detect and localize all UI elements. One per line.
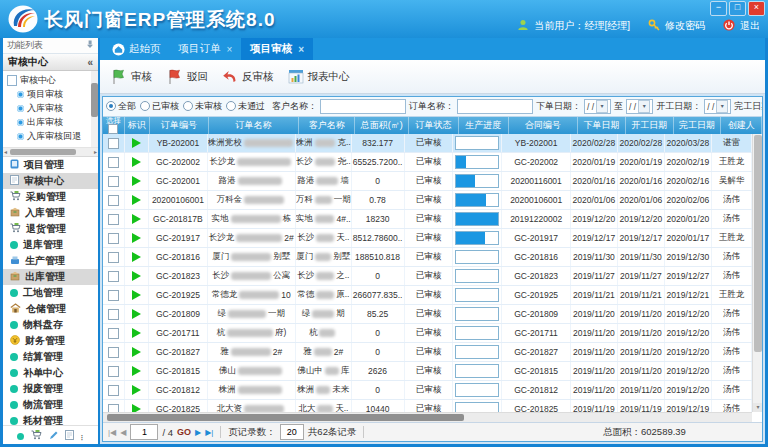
row-checkbox[interactable] — [108, 271, 119, 282]
status-radio[interactable]: 未审核 — [183, 100, 222, 113]
tab-起始页[interactable]: 起始页 — [103, 38, 170, 60]
row-checkbox[interactable] — [108, 138, 119, 149]
dropdown-icon[interactable]: ▾ — [596, 100, 608, 113]
table-row[interactable]: GC-201827雅2#雅2#0已审核GC-2018272019/11/2020… — [103, 343, 752, 362]
row-select-cell[interactable] — [103, 324, 125, 342]
maximize-button[interactable]: □ — [729, 1, 746, 16]
change-password-link[interactable]: 修改密码 — [665, 19, 705, 33]
sidebar-item[interactable]: 采购管理 — [3, 189, 98, 205]
minimize-button[interactable]: − — [710, 1, 727, 16]
row-checkbox[interactable] — [108, 366, 119, 377]
next-page-button[interactable]: ▶ — [195, 428, 201, 437]
dot-teal-icon[interactable] — [17, 426, 24, 444]
row-select-cell[interactable] — [103, 343, 125, 361]
table-row[interactable]: 20200106001万科金万科一期0.78已审核202001060012020… — [103, 191, 752, 210]
undo-action-button[interactable]: 反审核 — [222, 69, 274, 85]
row-select-cell[interactable] — [103, 267, 125, 285]
table-row[interactable]: GC-202002长沙龙长沙尧..65525.7200..已审核GC-20200… — [103, 153, 752, 172]
sidebar-item[interactable]: 出库管理 — [3, 269, 98, 285]
row-select-cell[interactable] — [103, 210, 125, 228]
table-row[interactable]: GC-201925常德龙10常德原..266077.835..已审核GC-201… — [103, 286, 752, 305]
table-row[interactable]: GC-201817B实地栋实地4#..18230已审核2019122000220… — [103, 210, 752, 229]
more-icon[interactable]: ⁝ — [81, 426, 85, 444]
table-row[interactable]: GC-201816厦门别墅厦门别墅188510.818已审核GC-2018162… — [103, 248, 752, 267]
tab-close-icon[interactable]: × — [227, 44, 233, 55]
row-checkbox[interactable] — [108, 176, 119, 187]
prev-page-button[interactable]: ◀ — [120, 428, 126, 437]
table-horizontal-scrollbar[interactable] — [103, 412, 752, 422]
row-checkbox[interactable] — [108, 309, 119, 320]
tree-root[interactable]: 审核中心 — [3, 73, 98, 87]
tree-item[interactable]: 出库审核 — [3, 115, 98, 129]
row-select-cell[interactable] — [103, 286, 125, 304]
tree-vertical-scrollbar[interactable] — [91, 71, 98, 147]
tree-item[interactable]: 项目审核 — [3, 87, 98, 101]
dropdown-icon[interactable]: ▾ — [638, 100, 650, 113]
table-row[interactable]: YB-202001株洲党校株洲克..832.177已审核YB-202001202… — [103, 134, 752, 153]
row-select-cell[interactable] — [103, 172, 125, 190]
row-select-cell[interactable] — [103, 305, 125, 323]
flag-action-button[interactable]: 审核 — [110, 68, 152, 85]
row-select-cell[interactable] — [103, 229, 125, 247]
sidebar-item[interactable]: 入库管理 — [3, 205, 98, 221]
page-number-input[interactable] — [130, 424, 158, 440]
row-checkbox[interactable] — [108, 385, 119, 396]
report-action-button[interactable]: 报表中心 — [288, 69, 350, 84]
pin-icon[interactable] — [86, 40, 94, 51]
sidebar-item[interactable]: 退货管理 — [3, 221, 98, 237]
tree-horizontal-scrollbar[interactable]: ◂▸ — [3, 148, 98, 157]
row-checkbox[interactable] — [108, 195, 119, 206]
row-checkbox[interactable] — [108, 347, 119, 358]
sidebar-item[interactable]: 审核中心 — [3, 173, 98, 189]
sidebar-item[interactable]: 报废管理 — [3, 381, 98, 397]
row-checkbox[interactable] — [108, 214, 119, 225]
row-checkbox[interactable] — [108, 233, 119, 244]
table-row[interactable]: GC-201809绿一期绿期85.25已审核GC-2018092019/11/2… — [103, 305, 752, 324]
row-select-cell[interactable] — [103, 381, 125, 399]
sidebar-item[interactable]: 生产管理 — [3, 253, 98, 269]
table-vertical-scrollbar[interactable]: ▾ — [752, 134, 762, 412]
row-checkbox[interactable] — [108, 290, 119, 301]
tree-item[interactable]: 入库审核回退 — [3, 129, 98, 143]
row-select-cell[interactable] — [103, 362, 125, 380]
collapse-icon[interactable]: « — [87, 57, 93, 68]
row-checkbox[interactable] — [108, 157, 119, 168]
status-radio[interactable]: 未通过 — [226, 100, 265, 113]
sidebar-item[interactable]: 退库管理 — [3, 237, 98, 253]
start-date-input[interactable]: / /▾ — [704, 99, 731, 114]
first-page-button[interactable]: |◀ — [108, 428, 116, 437]
go-button[interactable]: GO — [177, 427, 191, 437]
customer-name-input[interactable] — [320, 99, 406, 114]
last-page-button[interactable]: ▶| — [205, 428, 213, 437]
row-select-cell[interactable] — [103, 248, 125, 266]
status-radio[interactable]: 已审核 — [140, 100, 179, 113]
row-checkbox[interactable] — [108, 328, 119, 339]
table-row[interactable]: GC-201917长沙龙2#长沙天..8512.78600..已审核GC-201… — [103, 229, 752, 248]
sidebar-item[interactable]: 耗材管理 — [3, 413, 98, 425]
dropdown-icon[interactable]: ▾ — [716, 100, 728, 113]
row-select-cell[interactable] — [103, 191, 125, 209]
logout-link[interactable]: 退出 — [740, 19, 760, 33]
page-icon[interactable] — [65, 426, 74, 444]
row-checkbox[interactable] — [108, 252, 119, 263]
table-row[interactable]: GC-201812株洲株洲未来0已审核GC-2018122019/11/2020… — [103, 381, 752, 400]
page-size-input[interactable] — [280, 424, 304, 440]
row-select-cell[interactable] — [103, 153, 125, 171]
table-row[interactable]: GC-201711杭府)杭0已审核GC-2017112019/11/202019… — [103, 324, 752, 343]
tab-项目订单[interactable]: 项目订单× — [170, 38, 242, 60]
flag-action-button[interactable]: 驳回 — [166, 68, 208, 85]
tab-close-icon[interactable]: × — [298, 44, 304, 55]
sidebar-item[interactable]: 结算管理 — [3, 349, 98, 365]
row-select-cell[interactable] — [103, 134, 125, 152]
order-date-to-input[interactable]: / /▾ — [626, 99, 653, 114]
sidebar-item[interactable]: 工地管理 — [3, 285, 98, 301]
order-date-from-input[interactable]: / /▾ — [584, 99, 611, 114]
sidebar-item[interactable]: 物料盘存 — [3, 317, 98, 333]
sidebar-section-header[interactable]: 审核中心 « — [3, 54, 98, 71]
cart-icon[interactable] — [31, 426, 42, 444]
table-row[interactable]: GC-202001路港路港墙0已审核202001160012020/01/162… — [103, 172, 752, 191]
order-name-input[interactable] — [457, 99, 533, 114]
sidebar-item[interactable]: 项目管理 — [3, 157, 98, 173]
tree-item[interactable]: 入库审核 — [3, 101, 98, 115]
status-radio[interactable]: 全部 — [106, 100, 136, 113]
